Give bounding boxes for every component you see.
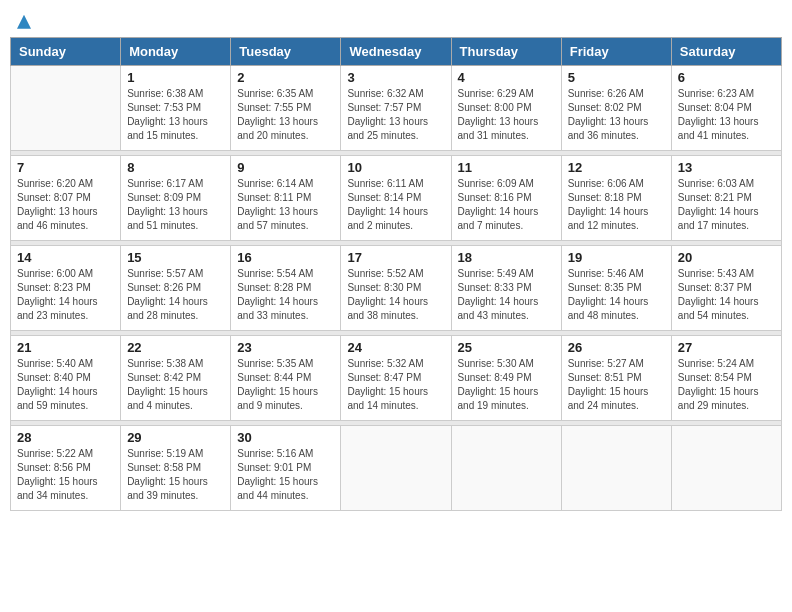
day-number: 1 [127,70,224,85]
day-number: 9 [237,160,334,175]
calendar-cell: 10Sunrise: 6:11 AM Sunset: 8:14 PM Dayli… [341,156,451,241]
calendar-cell: 23Sunrise: 5:35 AM Sunset: 8:44 PM Dayli… [231,336,341,421]
calendar-cell: 21Sunrise: 5:40 AM Sunset: 8:40 PM Dayli… [11,336,121,421]
day-number: 3 [347,70,444,85]
calendar-week-4: 21Sunrise: 5:40 AM Sunset: 8:40 PM Dayli… [11,336,782,421]
calendar-cell: 22Sunrise: 5:38 AM Sunset: 8:42 PM Dayli… [121,336,231,421]
day-info: Sunrise: 6:38 AM Sunset: 7:53 PM Dayligh… [127,87,224,143]
calendar-cell: 27Sunrise: 5:24 AM Sunset: 8:54 PM Dayli… [671,336,781,421]
day-number: 14 [17,250,114,265]
day-info: Sunrise: 6:09 AM Sunset: 8:16 PM Dayligh… [458,177,555,233]
calendar-cell: 5Sunrise: 6:26 AM Sunset: 8:02 PM Daylig… [561,66,671,151]
day-number: 11 [458,160,555,175]
day-info: Sunrise: 5:40 AM Sunset: 8:40 PM Dayligh… [17,357,114,413]
day-number: 28 [17,430,114,445]
calendar-week-3: 14Sunrise: 6:00 AM Sunset: 8:23 PM Dayli… [11,246,782,331]
calendar-cell: 28Sunrise: 5:22 AM Sunset: 8:56 PM Dayli… [11,426,121,511]
calendar-week-5: 28Sunrise: 5:22 AM Sunset: 8:56 PM Dayli… [11,426,782,511]
day-number: 15 [127,250,224,265]
day-info: Sunrise: 5:46 AM Sunset: 8:35 PM Dayligh… [568,267,665,323]
calendar-cell: 26Sunrise: 5:27 AM Sunset: 8:51 PM Dayli… [561,336,671,421]
calendar-cell: 20Sunrise: 5:43 AM Sunset: 8:37 PM Dayli… [671,246,781,331]
day-info: Sunrise: 5:43 AM Sunset: 8:37 PM Dayligh… [678,267,775,323]
calendar-cell: 7Sunrise: 6:20 AM Sunset: 8:07 PM Daylig… [11,156,121,241]
day-info: Sunrise: 6:06 AM Sunset: 8:18 PM Dayligh… [568,177,665,233]
day-info: Sunrise: 5:22 AM Sunset: 8:56 PM Dayligh… [17,447,114,503]
day-number: 22 [127,340,224,355]
calendar-cell [11,66,121,151]
day-info: Sunrise: 5:54 AM Sunset: 8:28 PM Dayligh… [237,267,334,323]
calendar-cell [451,426,561,511]
day-number: 12 [568,160,665,175]
day-info: Sunrise: 5:49 AM Sunset: 8:33 PM Dayligh… [458,267,555,323]
calendar-cell: 2Sunrise: 6:35 AM Sunset: 7:55 PM Daylig… [231,66,341,151]
day-number: 18 [458,250,555,265]
day-number: 4 [458,70,555,85]
day-number: 10 [347,160,444,175]
calendar-cell: 3Sunrise: 6:32 AM Sunset: 7:57 PM Daylig… [341,66,451,151]
day-info: Sunrise: 6:23 AM Sunset: 8:04 PM Dayligh… [678,87,775,143]
calendar-cell: 13Sunrise: 6:03 AM Sunset: 8:21 PM Dayli… [671,156,781,241]
calendar-cell: 29Sunrise: 5:19 AM Sunset: 8:58 PM Dayli… [121,426,231,511]
calendar-header-saturday: Saturday [671,38,781,66]
calendar-cell: 8Sunrise: 6:17 AM Sunset: 8:09 PM Daylig… [121,156,231,241]
calendar-cell: 4Sunrise: 6:29 AM Sunset: 8:00 PM Daylig… [451,66,561,151]
calendar-body: 1Sunrise: 6:38 AM Sunset: 7:53 PM Daylig… [11,66,782,511]
day-number: 6 [678,70,775,85]
calendar-cell: 12Sunrise: 6:06 AM Sunset: 8:18 PM Dayli… [561,156,671,241]
day-number: 29 [127,430,224,445]
day-number: 23 [237,340,334,355]
calendar-cell: 19Sunrise: 5:46 AM Sunset: 8:35 PM Dayli… [561,246,671,331]
calendar-cell: 16Sunrise: 5:54 AM Sunset: 8:28 PM Dayli… [231,246,341,331]
day-number: 27 [678,340,775,355]
day-number: 25 [458,340,555,355]
day-info: Sunrise: 6:17 AM Sunset: 8:09 PM Dayligh… [127,177,224,233]
calendar-header-friday: Friday [561,38,671,66]
logo-text [14,10,31,31]
day-info: Sunrise: 5:30 AM Sunset: 8:49 PM Dayligh… [458,357,555,413]
calendar-cell: 1Sunrise: 6:38 AM Sunset: 7:53 PM Daylig… [121,66,231,151]
calendar-cell: 6Sunrise: 6:23 AM Sunset: 8:04 PM Daylig… [671,66,781,151]
calendar-week-2: 7Sunrise: 6:20 AM Sunset: 8:07 PM Daylig… [11,156,782,241]
day-info: Sunrise: 5:52 AM Sunset: 8:30 PM Dayligh… [347,267,444,323]
calendar-cell: 25Sunrise: 5:30 AM Sunset: 8:49 PM Dayli… [451,336,561,421]
day-info: Sunrise: 5:19 AM Sunset: 8:58 PM Dayligh… [127,447,224,503]
day-info: Sunrise: 6:11 AM Sunset: 8:14 PM Dayligh… [347,177,444,233]
day-info: Sunrise: 5:32 AM Sunset: 8:47 PM Dayligh… [347,357,444,413]
calendar-cell: 14Sunrise: 6:00 AM Sunset: 8:23 PM Dayli… [11,246,121,331]
day-info: Sunrise: 6:29 AM Sunset: 8:00 PM Dayligh… [458,87,555,143]
day-info: Sunrise: 6:32 AM Sunset: 7:57 PM Dayligh… [347,87,444,143]
calendar-cell: 17Sunrise: 5:52 AM Sunset: 8:30 PM Dayli… [341,246,451,331]
day-info: Sunrise: 5:35 AM Sunset: 8:44 PM Dayligh… [237,357,334,413]
calendar-cell: 24Sunrise: 5:32 AM Sunset: 8:47 PM Dayli… [341,336,451,421]
calendar-header-wednesday: Wednesday [341,38,451,66]
day-number: 19 [568,250,665,265]
day-number: 5 [568,70,665,85]
day-number: 30 [237,430,334,445]
calendar-cell [671,426,781,511]
day-info: Sunrise: 6:26 AM Sunset: 8:02 PM Dayligh… [568,87,665,143]
day-info: Sunrise: 5:16 AM Sunset: 9:01 PM Dayligh… [237,447,334,503]
day-number: 16 [237,250,334,265]
day-number: 7 [17,160,114,175]
calendar-header-thursday: Thursday [451,38,561,66]
day-number: 2 [237,70,334,85]
day-number: 24 [347,340,444,355]
calendar-header-monday: Monday [121,38,231,66]
day-info: Sunrise: 6:20 AM Sunset: 8:07 PM Dayligh… [17,177,114,233]
logo [14,10,31,31]
day-info: Sunrise: 6:00 AM Sunset: 8:23 PM Dayligh… [17,267,114,323]
day-number: 20 [678,250,775,265]
calendar-cell: 11Sunrise: 6:09 AM Sunset: 8:16 PM Dayli… [451,156,561,241]
calendar-cell: 18Sunrise: 5:49 AM Sunset: 8:33 PM Dayli… [451,246,561,331]
day-info: Sunrise: 6:03 AM Sunset: 8:21 PM Dayligh… [678,177,775,233]
calendar-cell [561,426,671,511]
calendar-cell: 15Sunrise: 5:57 AM Sunset: 8:26 PM Dayli… [121,246,231,331]
calendar-cell: 9Sunrise: 6:14 AM Sunset: 8:11 PM Daylig… [231,156,341,241]
day-info: Sunrise: 5:38 AM Sunset: 8:42 PM Dayligh… [127,357,224,413]
logo-icon [17,15,31,29]
calendar-cell: 30Sunrise: 5:16 AM Sunset: 9:01 PM Dayli… [231,426,341,511]
calendar-week-1: 1Sunrise: 6:38 AM Sunset: 7:53 PM Daylig… [11,66,782,151]
day-number: 26 [568,340,665,355]
day-info: Sunrise: 6:35 AM Sunset: 7:55 PM Dayligh… [237,87,334,143]
